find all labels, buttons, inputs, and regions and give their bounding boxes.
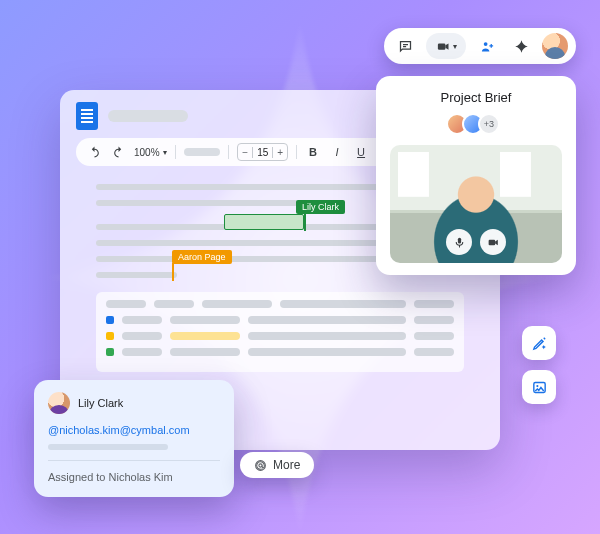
svg-point-7	[536, 385, 538, 387]
comment-mention[interactable]: nicholas.kim@cymbal.com	[48, 424, 190, 436]
collab-cursor-aaron	[172, 263, 174, 281]
embedded-table[interactable]	[96, 292, 464, 372]
comment-assignment: Assigned to Nicholas Kim	[48, 471, 220, 483]
font-size-decrease[interactable]: −	[238, 147, 252, 158]
share-people-icon[interactable]	[474, 33, 500, 59]
font-family-dropdown[interactable]	[184, 148, 221, 156]
participant-overflow-count[interactable]: +3	[478, 113, 500, 135]
collab-cursor-lily	[304, 213, 306, 231]
video-call-dropdown[interactable]: ▾	[426, 33, 466, 59]
svg-rect-4	[457, 237, 460, 243]
insert-image-side-button[interactable]	[522, 370, 556, 404]
svg-point-3	[483, 42, 487, 46]
font-size-increase[interactable]: +	[273, 147, 287, 158]
italic-button[interactable]: I	[329, 144, 345, 160]
chat-icon[interactable]	[392, 33, 418, 59]
zoom-dropdown[interactable]: 100%	[134, 147, 167, 158]
quick-actions-bar: ▾	[384, 28, 576, 64]
redo-button[interactable]	[110, 144, 126, 160]
font-size-stepper[interactable]: − 15 +	[237, 143, 288, 161]
camera-toggle[interactable]	[480, 229, 506, 255]
gemini-icon[interactable]	[508, 33, 534, 59]
more-label: More	[273, 458, 300, 472]
profile-avatar[interactable]	[542, 33, 568, 59]
doc-title-placeholder	[108, 110, 188, 122]
meet-controls	[446, 229, 506, 255]
svg-rect-2	[437, 43, 445, 49]
mic-toggle[interactable]	[446, 229, 472, 255]
collab-tag-aaron: Aaron Page	[172, 250, 232, 264]
underline-button[interactable]: U	[353, 144, 369, 160]
comment-author-name: Lily Clark	[78, 397, 123, 409]
docs-app-icon	[76, 102, 98, 130]
meet-video-tile[interactable]	[390, 145, 562, 263]
meet-card: Project Brief +3	[376, 76, 576, 275]
mention-more-button[interactable]: More	[240, 452, 314, 478]
comment-author-avatar	[48, 392, 70, 414]
ai-pen-button[interactable]	[522, 326, 556, 360]
comment-card[interactable]: Lily Clark nicholas.kim@cymbal.com Assig…	[34, 380, 234, 497]
collab-tag-lily: Lily Clark	[296, 200, 345, 214]
comment-body-placeholder	[48, 444, 168, 450]
bold-button[interactable]: B	[305, 144, 321, 160]
meet-title: Project Brief	[390, 90, 562, 105]
selection-highlight	[224, 214, 304, 230]
font-size-value[interactable]: 15	[252, 147, 273, 158]
svg-rect-5	[488, 240, 495, 245]
side-insert-buttons	[522, 326, 556, 404]
meet-participants[interactable]: +3	[390, 113, 562, 135]
undo-button[interactable]	[86, 144, 102, 160]
